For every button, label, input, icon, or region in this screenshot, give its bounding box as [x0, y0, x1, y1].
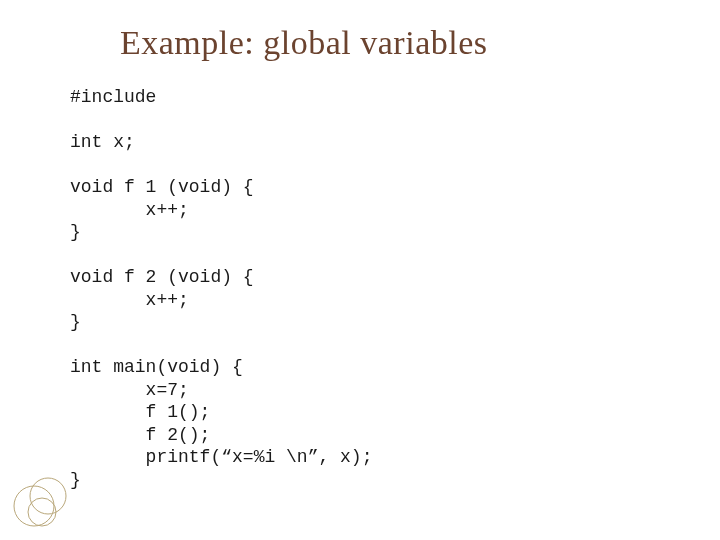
slide-title: Example: global variables	[120, 24, 660, 62]
svg-point-1	[30, 478, 66, 514]
slide: Example: global variables #include int x…	[0, 0, 720, 540]
svg-point-2	[28, 498, 56, 526]
svg-point-0	[14, 486, 54, 526]
code-block: #include int x; void f 1 (void) { x++; }…	[70, 86, 660, 491]
corner-ornament-icon	[12, 468, 72, 528]
